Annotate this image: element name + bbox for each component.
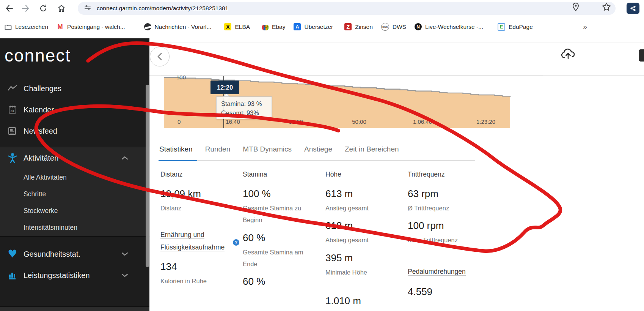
zinsen-icon: Z <box>344 23 352 30</box>
sidebar-item-schritte[interactable]: Schritte <box>0 186 149 202</box>
help-icon[interactable]: ? <box>233 239 239 246</box>
activity-tabs: Statistiken Runden MTB Dynamics Anstiege… <box>159 145 475 161</box>
back-nav-icon[interactable] <box>2 2 16 15</box>
bookmark-ebay[interactable]: Ebay <box>262 24 285 30</box>
sidebar-item-newsfeed[interactable]: Newsfeed <box>0 123 149 139</box>
stat-maximale-hoehe: 1.010 m <box>325 295 400 307</box>
section-pedalumdrehungen[interactable]: Pedalumdrehungen <box>408 265 482 278</box>
challenges-icon <box>8 84 17 93</box>
dws-icon: DWS <box>381 23 389 31</box>
calendar-icon: 31 <box>8 105 17 115</box>
back-button[interactable] <box>150 47 170 66</box>
chevron-up-icon <box>121 155 128 161</box>
newsfeed-icon <box>8 126 17 136</box>
tab-statistiken[interactable]: Statistiken <box>159 145 193 160</box>
x-axis-tick: 50:00 <box>352 118 366 125</box>
cloud-upload-icon[interactable] <box>561 47 576 61</box>
sidebar-item-alle-aktivitaeten[interactable]: Alle Aktivitäten <box>0 170 149 185</box>
location-pin-icon[interactable] <box>571 2 581 12</box>
browser-toolbar: connect.garmin.com/modern/activity/21258… <box>0 0 644 17</box>
extension-icon[interactable] <box>627 3 639 14</box>
gmail-icon: M <box>57 23 64 30</box>
home-icon[interactable] <box>55 2 68 15</box>
tooltip-time-badge: 12:20 <box>210 81 239 94</box>
bookmark-uebersetzer[interactable]: A Übersetzer <box>294 23 333 30</box>
section-ernaehrung[interactable]: Ernährung und Flüssigkeitsaufnahme ? <box>160 229 235 253</box>
sidebar-item-aktivitaeten[interactable]: Aktivitäten <box>0 150 149 166</box>
column-header: Höhe <box>325 170 400 182</box>
stat-stamina-beginn: 100 % Gesamte Stamina zu Beginn <box>243 188 317 226</box>
stamina-chart[interactable]: 100 0 16:40 33:20 50:00 1:06:40 1:23:20 … <box>161 76 544 129</box>
stats-col-distanz: Distanz 19,09 km Distanz Ernährung und F… <box>160 170 235 287</box>
sidebar: connect Challenges 31 Kalender Newsfeed <box>0 38 149 311</box>
tooltip-gesamt-value: Gesamt: 93% <box>221 108 272 117</box>
tab-mtb-dynamics[interactable]: MTB Dynamics <box>243 145 292 160</box>
sidebar-scrollbar[interactable] <box>146 85 149 267</box>
stat-anstieg-gesamt: 613 m Anstieg gesamt <box>325 188 400 214</box>
connect-logo[interactable]: connect <box>5 45 71 66</box>
performance-stats-icon <box>8 270 17 280</box>
y-axis-label-min: 0 <box>177 118 181 125</box>
tab-runden[interactable]: Runden <box>205 145 231 160</box>
sidebar-item-kalender[interactable]: 31 Kalender <box>0 102 149 117</box>
bookmarks-bar: Lesezeichen M Posteingang - walch... Nac… <box>0 17 644 37</box>
stat-max-trittfrequenz: 100 rpm Max. Trittfrequenz <box>408 220 482 246</box>
x-axis-tick: 33:20 <box>289 118 303 125</box>
tab-zeit-in-bereichen[interactable]: Zeit in Bereichen <box>345 145 399 160</box>
column-header: Distanz <box>160 170 235 182</box>
chevron-left-icon <box>157 52 163 61</box>
sidebar-item-challenges[interactable]: Challenges <box>0 81 149 96</box>
bookmark-wechselkurse[interactable]: N Live-Wechselkurse -... <box>415 23 483 30</box>
stats-col-hoehe: Höhe 613 m Anstieg gesamt 618 m Abstieg … <box>325 170 400 307</box>
bookmark-star-icon[interactable] <box>602 2 611 12</box>
bookmark-dws[interactable]: DWS DWS <box>381 23 406 31</box>
bookmark-edupage[interactable]: E EduPage <box>498 23 533 31</box>
forward-nav-icon[interactable] <box>19 2 33 15</box>
header-divider <box>149 43 644 43</box>
tab-anstiege[interactable]: Anstiege <box>304 145 332 160</box>
bookmark-posteingang[interactable]: M Posteingang - walch... <box>57 23 125 30</box>
news-globe-icon <box>144 23 151 30</box>
stat-distanz: 19,09 km Distanz <box>160 188 235 214</box>
activities-person-icon <box>8 153 17 163</box>
chevron-down-icon <box>121 251 128 257</box>
site-info-icon[interactable] <box>84 4 91 13</box>
activity-page: 100 0 16:40 33:20 50:00 1:06:40 1:23:20 … <box>149 37 644 311</box>
elba-icon: X <box>224 23 231 30</box>
bookmark-zinsen[interactable]: Z Zinsen <box>344 23 373 30</box>
notification-icon-partial[interactable] <box>639 49 644 62</box>
y-axis-label-max: 100 <box>176 74 186 81</box>
sidebar-item-stockwerke[interactable]: Stockwerke <box>0 203 149 218</box>
stat-abstieg-gesamt: 618 m Abstieg gesamt <box>325 220 400 246</box>
chart-tooltip: Stamina: 93 % Gesamt: 93% <box>216 96 272 119</box>
sidebar-item-gesundheitsstat[interactable]: ♥ Gesundheitsstat. <box>0 246 149 262</box>
ebay-bag-icon <box>262 25 269 30</box>
bookmark-lesezeichen[interactable]: Lesezeichen <box>5 23 48 30</box>
url-text[interactable]: connect.garmin.com/modern/activity/21258… <box>97 5 228 12</box>
sidebar-item-leistungsstatistiken[interactable]: Leistungsstatistiken <box>0 268 149 283</box>
stat-minimale-hoehe: 395 m Minimale Höhe <box>325 252 400 278</box>
folder-icon <box>5 23 12 30</box>
stat-stamina-ende: 60 % Gesamte Stamina am Ende <box>243 232 317 270</box>
investing-icon: N <box>415 23 422 30</box>
stat-stamina-3: 60 % <box>243 276 317 287</box>
bookmark-nachrichten[interactable]: Nachrichten - Vorarl... <box>144 23 212 30</box>
stat-kalorien-in-ruhe: 134 Kalorien in Ruhe <box>160 261 235 287</box>
stat-avg-trittfrequenz: 63 rpm Ø Trittfrequenz <box>408 188 482 214</box>
reload-icon[interactable] <box>36 2 50 15</box>
bookmarks-overflow-chevron[interactable]: » <box>583 22 587 31</box>
x-axis-tick: 1:23:20 <box>476 118 495 125</box>
stat-pedalumdrehungen: 4.559 <box>408 286 482 298</box>
translate-icon: A <box>294 23 301 30</box>
column-header: Trittfrequenz <box>408 170 482 182</box>
health-heart-icon: ♥ <box>8 249 17 259</box>
sidebar-divider <box>0 236 149 237</box>
url-bar[interactable]: connect.garmin.com/modern/activity/21258… <box>78 2 616 15</box>
sidebar-item-intensitaetsminuten[interactable]: Intensitätsminuten <box>0 220 149 235</box>
x-axis-tick: 1:06:40 <box>413 118 432 125</box>
garmin-connect-app: connect Challenges 31 Kalender Newsfeed <box>0 37 644 311</box>
sidebar-next-section <box>0 307 149 311</box>
edupage-icon: E <box>498 23 505 31</box>
x-axis-tick: 16:40 <box>226 118 240 125</box>
bookmark-elba[interactable]: X ELBA <box>224 23 250 30</box>
